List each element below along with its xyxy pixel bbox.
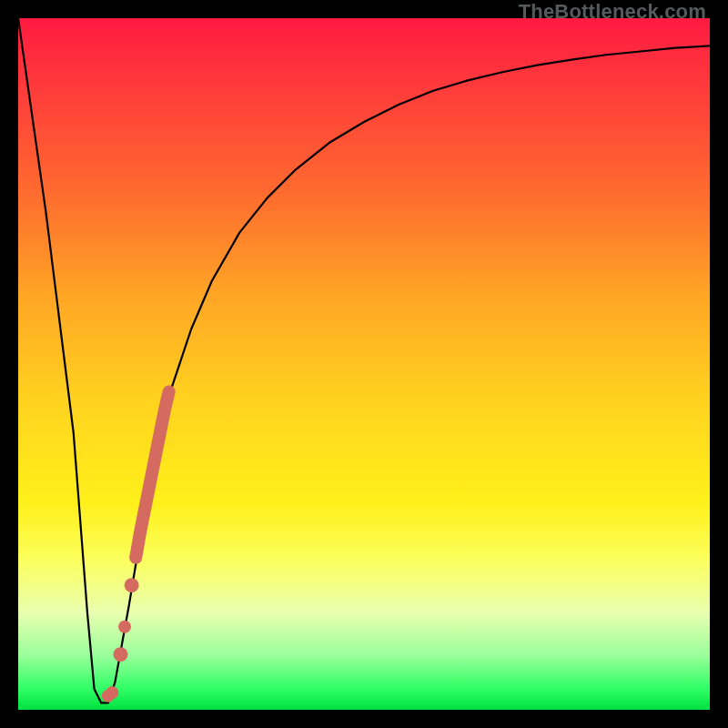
chart-svg (18, 18, 710, 710)
plot-area (18, 18, 710, 710)
chart-frame: TheBottleneck.com (0, 0, 728, 728)
bottleneck-curve (18, 18, 710, 703)
highlight-dot (113, 647, 127, 662)
watermark-text: TheBottleneck.com (519, 0, 706, 24)
highlight-dot (125, 578, 139, 592)
highlight-dot (106, 686, 118, 699)
highlight-dot (118, 621, 131, 633)
highlight-markers (102, 391, 169, 702)
highlight-thick-segment (136, 391, 168, 557)
